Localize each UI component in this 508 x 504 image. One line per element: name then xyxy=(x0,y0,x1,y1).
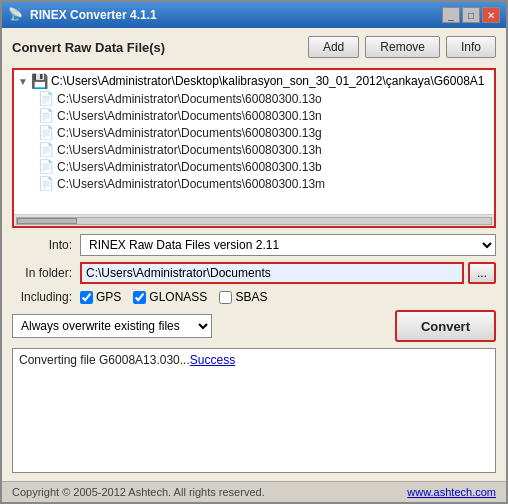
into-select[interactable]: RINEX Raw Data Files version 2.11 xyxy=(80,234,496,256)
sbas-checkbox[interactable] xyxy=(219,291,232,304)
page-title: Convert Raw Data File(s) xyxy=(12,40,165,55)
tree-children: 📄 C:\Users\Administrator\Documents\60080… xyxy=(38,90,490,192)
header-buttons: Add Remove Info xyxy=(308,36,496,58)
app-icon: 📡 xyxy=(8,7,24,23)
scrollbar-thumb[interactable] xyxy=(17,218,77,224)
infolder-row: In folder: ... xyxy=(12,262,496,284)
list-item[interactable]: 📄 C:\Users\Administrator\Documents\60080… xyxy=(38,90,490,107)
file-icon-0: 📄 xyxy=(38,91,54,106)
log-area: Converting file G6008A13.030...Success xyxy=(12,348,496,473)
infolder-label: In folder: xyxy=(12,266,72,280)
main-window: 📡 RINEX Converter 4.1.1 _ □ ✕ Convert Ra… xyxy=(0,0,508,504)
including-row: Including: GPS GLONASS SBAS xyxy=(12,290,496,304)
minimize-button[interactable]: _ xyxy=(442,7,460,23)
child-path-1: C:\Users\Administrator\Documents\6008030… xyxy=(57,109,322,123)
maximize-button[interactable]: □ xyxy=(462,7,480,23)
child-path-5: C:\Users\Administrator\Documents\6008030… xyxy=(57,177,325,191)
header-row: Convert Raw Data File(s) Add Remove Info xyxy=(12,36,496,58)
main-content: Convert Raw Data File(s) Add Remove Info… xyxy=(2,28,506,481)
window-title: RINEX Converter 4.1.1 xyxy=(30,8,157,22)
glonass-checkbox[interactable] xyxy=(133,291,146,304)
file-icon-1: 📄 xyxy=(38,108,54,123)
folder-input-row: ... xyxy=(80,262,496,284)
bottom-row: Always overwrite existing files Never ov… xyxy=(12,310,496,342)
root-path: C:\Users\Administrator\Desktop\kalibrasy… xyxy=(51,74,485,88)
log-text-prefix: Converting file G6008A13.030... xyxy=(19,353,190,367)
list-item[interactable]: 📄 C:\Users\Administrator\Documents\60080… xyxy=(38,124,490,141)
convert-button[interactable]: Convert xyxy=(395,310,496,342)
file-icon-5: 📄 xyxy=(38,176,54,191)
gps-checkbox-item: GPS xyxy=(80,290,121,304)
overwrite-select[interactable]: Always overwrite existing files Never ov… xyxy=(12,314,212,338)
child-path-3: C:\Users\Administrator\Documents\6008030… xyxy=(57,143,322,157)
gps-checkbox[interactable] xyxy=(80,291,93,304)
into-row: Into: RINEX Raw Data Files version 2.11 xyxy=(12,234,496,256)
file-icon-3: 📄 xyxy=(38,142,54,157)
footer: Copyright © 2005-2012 Ashtech. All right… xyxy=(2,481,506,502)
website-link[interactable]: www.ashtech.com xyxy=(407,486,496,498)
file-tree-container: ▼ 💾 C:\Users\Administrator\Desktop\kalib… xyxy=(12,68,496,228)
browse-button[interactable]: ... xyxy=(468,262,496,284)
file-icon-4: 📄 xyxy=(38,159,54,174)
checkbox-group: GPS GLONASS SBAS xyxy=(80,290,267,304)
info-button[interactable]: Info xyxy=(446,36,496,58)
list-item[interactable]: 📄 C:\Users\Administrator\Documents\60080… xyxy=(38,141,490,158)
sbas-checkbox-item: SBAS xyxy=(219,290,267,304)
add-button[interactable]: Add xyxy=(308,36,359,58)
into-label: Into: xyxy=(12,238,72,252)
child-path-0: C:\Users\Administrator\Documents\6008030… xyxy=(57,92,322,106)
glonass-label: GLONASS xyxy=(149,290,207,304)
scrollbar-track[interactable] xyxy=(16,217,492,225)
remove-button[interactable]: Remove xyxy=(365,36,440,58)
including-label: Including: xyxy=(12,290,72,304)
folder-input[interactable] xyxy=(80,262,464,284)
child-path-2: C:\Users\Administrator\Documents\6008030… xyxy=(57,126,322,140)
tree-root-item[interactable]: ▼ 💾 C:\Users\Administrator\Desktop\kalib… xyxy=(18,72,490,90)
glonass-checkbox-item: GLONASS xyxy=(133,290,207,304)
file-icon-2: 📄 xyxy=(38,125,54,140)
gps-label: GPS xyxy=(96,290,121,304)
title-buttons: _ □ ✕ xyxy=(442,7,500,23)
log-text-success: Success xyxy=(190,353,235,367)
list-item[interactable]: 📄 C:\Users\Administrator\Documents\60080… xyxy=(38,175,490,192)
file-tree[interactable]: ▼ 💾 C:\Users\Administrator\Desktop\kalib… xyxy=(14,70,494,214)
disk-icon: 💾 xyxy=(31,73,48,89)
close-button[interactable]: ✕ xyxy=(482,7,500,23)
title-bar-left: 📡 RINEX Converter 4.1.1 xyxy=(8,7,157,23)
expand-icon: ▼ xyxy=(18,76,28,87)
list-item[interactable]: 📄 C:\Users\Administrator\Documents\60080… xyxy=(38,158,490,175)
horizontal-scrollbar[interactable] xyxy=(14,214,494,226)
list-item[interactable]: 📄 C:\Users\Administrator\Documents\60080… xyxy=(38,107,490,124)
child-path-4: C:\Users\Administrator\Documents\6008030… xyxy=(57,160,322,174)
copyright-text: Copyright © 2005-2012 Ashtech. All right… xyxy=(12,486,265,498)
title-bar: 📡 RINEX Converter 4.1.1 _ □ ✕ xyxy=(2,2,506,28)
sbas-label: SBAS xyxy=(235,290,267,304)
